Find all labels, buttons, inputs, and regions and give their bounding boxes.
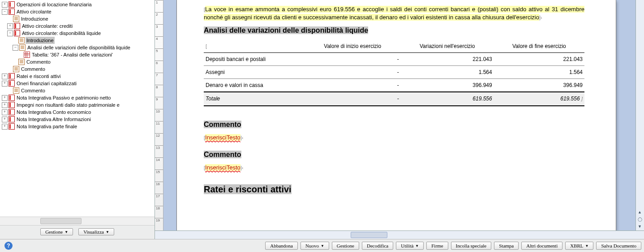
heading-commento: Commento [204,151,241,158]
tree-node[interactable]: Commento [13,58,155,65]
tree-node[interactable]: −Attivo circolante: disponibilità liquid… [7,30,155,37]
document-hscrollbar[interactable] [155,230,644,239]
utilita-button[interactable]: Utilità▼ [396,242,424,250]
xbrl-button[interactable]: XBRL▼ [565,242,593,250]
book-icon [9,123,15,130]
collapse-icon[interactable]: − [2,9,8,15]
heading-commento: Commento [204,121,241,128]
gestione-button-bottom[interactable]: Gestione [332,242,359,250]
tree-node[interactable]: −Analisi delle variazioni delle disponib… [13,44,155,51]
tree-node[interactable]: Commento [7,87,155,94]
expand-icon[interactable]: + [2,2,8,8]
expand-icon[interactable]: + [2,95,8,101]
page-icon [13,16,19,22]
document-page[interactable]: [La voce in esame ammonta a complessivi … [177,0,616,230]
vertical-ruler: 12345678910111213141516171819 [155,0,163,230]
vertical-scrollbar[interactable]: ▲ ◯ ▼ [635,0,644,230]
gestione-button[interactable]: Gestione▼ [40,228,73,235]
collapse-icon[interactable]: − [13,45,18,51]
placeholder-text[interactable]: InserisciTesto [205,164,240,171]
book-icon [9,80,15,87]
scroll-target-icon[interactable]: ◯ [638,217,642,222]
tree-node[interactable]: +Impegni non risultanti dallo stato patr… [2,101,155,109]
book-icon [9,116,15,122]
tree-node[interactable]: +Nota Integrativa parte finale [2,123,155,130]
book-icon [9,109,15,115]
table-row-total: Totale-619.556619.556 ] [204,92,584,105]
bottom-toolbar: ? Abbandona Nuovo▼ Gestione Decodifica U… [0,239,644,252]
book-icon [9,95,15,101]
stampa-button[interactable]: Stampa [494,242,519,250]
table-row: Depositi bancari e postali-221.043221.04… [204,52,584,65]
book-icon [14,30,20,36]
page-icon [18,59,25,65]
tree-node[interactable]: Commento [7,65,155,73]
altri-documenti-button[interactable]: Altri documenti [521,242,562,250]
book-icon [9,102,15,108]
document-viewport[interactable]: [La voce in esame ammonta a complessivi … [163,0,635,230]
visualizza-button[interactable]: Visualizza▼ [78,228,114,235]
help-icon[interactable]: ? [4,242,13,250]
tree-node[interactable]: +Nota Integrativa Conto economico [2,109,155,116]
tree-node[interactable]: +Attivo circolante: crediti [7,22,155,30]
placeholder-text[interactable]: InserisciTesto [205,134,240,141]
table-row: Assegni-1.5641.564 [204,66,584,79]
expand-icon[interactable]: + [2,117,8,122]
expand-icon[interactable]: + [2,124,8,130]
navigator-panel: +Operazioni di locazione finanziaria −At… [0,0,155,239]
table-col-header: Variazioni nell'esercizio [401,40,494,53]
table-col-header: Valore di inizio esercizio [305,40,401,53]
firme-button[interactable]: Firme [426,242,448,250]
page-icon [13,66,19,72]
abbandona-button[interactable]: Abbandona [265,242,298,250]
nuovo-button[interactable]: Nuovo▼ [301,242,329,250]
expand-icon[interactable]: + [2,74,8,79]
tree-node[interactable]: +Ratei e risconti attivi [2,73,155,80]
tree-node[interactable]: +Operazioni di locazione finanziaria [2,1,155,8]
page-icon [19,44,26,51]
chevron-down-icon: ▼ [415,244,419,248]
tree-node-selected[interactable]: Introduzione [13,37,155,44]
heading-analisi: Analisi delle variazioni delle disponibi… [204,26,368,34]
decodifica-button[interactable]: Decodifica [362,242,393,250]
data-table: [ Valore di inizio esercizio Variazioni … [204,40,584,106]
page-icon [18,37,25,43]
table-row: Denaro e valori in cassa-396.949396.949 [204,79,584,92]
book-icon [9,1,15,8]
table-icon [24,52,30,58]
expand-icon[interactable]: + [7,23,13,29]
expand-icon[interactable]: + [2,109,8,115]
chevron-down-icon: ▼ [106,230,109,234]
paragraph-intro[interactable]: La voce in esame ammonta a complessivi e… [204,6,584,21]
expand-icon[interactable]: + [2,102,8,108]
expand-icon[interactable]: + [2,81,8,87]
tree-node[interactable]: Introduzione [7,15,155,22]
chevron-down-icon: ▼ [321,244,324,248]
tree-node[interactable]: +Nota Integrativa Altre Informazioni [2,116,155,123]
document-tree[interactable]: +Operazioni di locazione finanziaria −At… [0,0,155,217]
collapse-icon[interactable]: − [7,30,13,36]
scroll-down-icon[interactable]: ▼ [638,224,642,229]
tree-node[interactable]: +Nota Integrativa Passivo e patrimonio n… [2,94,155,101]
tree-node[interactable]: Tabella: '367 - Analisi delle variazioni… [18,51,155,58]
salva-documento-button[interactable]: Salva Documento [596,242,641,250]
scroll-up-icon[interactable]: ▲ [638,210,642,214]
chevron-down-icon: ▼ [585,244,589,248]
incolla-speciale-button[interactable]: Incolla speciale [451,242,492,250]
tree-hscrollbar[interactable] [0,217,155,225]
tree-node[interactable]: −Attivo circolante [2,8,155,15]
heading-ratei: Ratei e risconti attivi [204,184,292,194]
book-icon [14,23,20,29]
book-icon [9,9,15,15]
editor-panel: 12345678910111213141516171819 [La voce i… [155,0,644,239]
page-icon [13,87,19,94]
tree-node[interactable]: +Oneri finanziari capitalizzati [2,80,155,87]
book-icon [9,73,15,79]
chevron-down-icon: ▼ [64,230,68,234]
table-col-header: Valore di fine esercizio [494,40,584,53]
